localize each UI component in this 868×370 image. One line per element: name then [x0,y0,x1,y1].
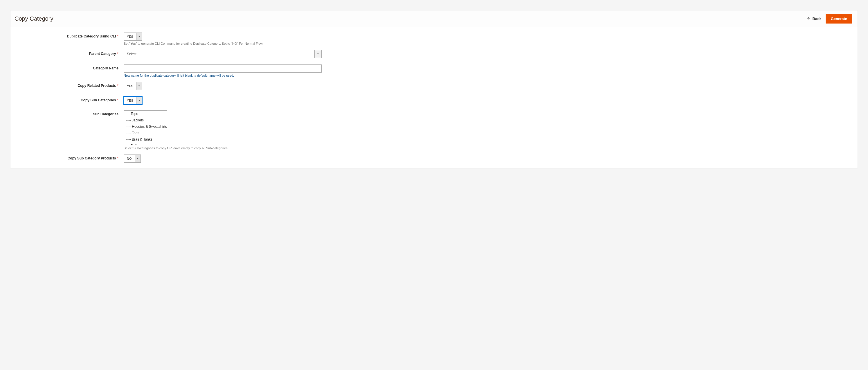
generate-button[interactable]: Generate [826,14,852,24]
copy-sub-products-toggle[interactable]: NO [124,155,141,163]
label-copy-sub: Copy Sub Categories* [16,96,124,102]
field-copy-sub: YES [124,96,142,104]
list-item[interactable]: ---- Bras & Tanks [124,136,167,143]
back-label: Back [812,17,822,21]
header-actions: Back Generate [807,14,852,24]
category-name-input[interactable] [124,64,322,72]
field-duplicate-cli: YES [124,33,142,41]
label-copy-sub-products: Copy Sub Category Products* [16,155,124,160]
list-item[interactable]: ---- Jackets [124,117,167,123]
chevron-down-icon [136,82,142,90]
required-mark: * [117,84,119,88]
chevron-down-icon [136,33,142,40]
row-copy-sub-products: Copy Sub Category Products* NO [16,155,852,163]
required-mark: * [117,34,119,38]
toggle-value: YES [124,97,136,104]
select-value: Select... [124,50,314,58]
toggle-value: YES [124,33,136,40]
label-category-name: Category Name [16,64,124,70]
required-mark: * [117,156,119,160]
row-sub-categories: Sub Categories --- Tops---- Jackets---- … [16,111,852,145]
field-sub-categories: --- Tops---- Jackets---- Hoodies & Sweat… [124,111,167,145]
note-category-name: New name for the duplicate category. If … [124,74,852,77]
label-copy-related: Copy Related Products* [16,82,124,88]
row-copy-sub: Copy Sub Categories* YES [16,96,852,104]
field-copy-sub-products: NO [124,155,141,163]
back-button[interactable]: Back [807,16,822,21]
copy-related-toggle[interactable]: YES [124,82,142,90]
label-parent-category: Parent Category* [16,50,124,56]
form-body: Duplicate Category Using CLI* YES Set "Y… [10,27,858,168]
field-category-name [124,64,322,72]
page-title: Copy Category [14,16,53,22]
parent-category-select[interactable]: Select... [124,50,322,58]
label-duplicate-cli: Duplicate Category Using CLI* [16,33,124,38]
row-duplicate-cli: Duplicate Category Using CLI* YES [16,33,852,41]
list-item[interactable]: ---- Tees [124,130,167,136]
sub-categories-listbox[interactable]: --- Tops---- Jackets---- Hoodies & Sweat… [124,111,167,145]
row-copy-related: Copy Related Products* YES [16,82,852,90]
field-parent-category: Select... [124,50,322,58]
chevron-down-icon [314,50,321,58]
field-copy-related: YES [124,82,142,90]
row-category-name: Category Name [16,64,852,72]
required-mark: * [117,52,119,56]
main-panel: Copy Category Back Generate Duplicate Ca… [10,10,858,168]
label-text: Copy Sub Category Products [68,156,116,160]
copy-sub-toggle[interactable]: YES [124,96,142,104]
label-text: Copy Related Products [78,84,116,88]
list-item[interactable]: --- Bottoms [124,143,167,145]
row-parent-category: Parent Category* Select... [16,50,852,58]
chevron-down-icon [135,155,141,162]
toggle-value: YES [124,82,136,90]
toggle-value: NO [124,155,135,162]
note-sub-categories: Select Sub-categories to copy OR leave e… [124,146,852,150]
note-duplicate-cli: Set "Yes" to generate CLI Command for cr… [124,42,852,45]
label-text: Copy Sub Categories [81,98,116,102]
duplicate-cli-toggle[interactable]: YES [124,33,142,41]
panel-header: Copy Category Back Generate [10,10,858,27]
label-text: Duplicate Category Using CLI [67,34,116,38]
chevron-down-icon [136,97,142,104]
list-item[interactable]: --- Tops [124,111,167,117]
required-mark: * [117,98,119,102]
list-item[interactable]: ---- Hoodies & Sweatshirts [124,123,167,130]
label-text: Parent Category [89,52,116,56]
arrow-left-icon [807,16,811,21]
label-sub-categories: Sub Categories [16,111,124,116]
